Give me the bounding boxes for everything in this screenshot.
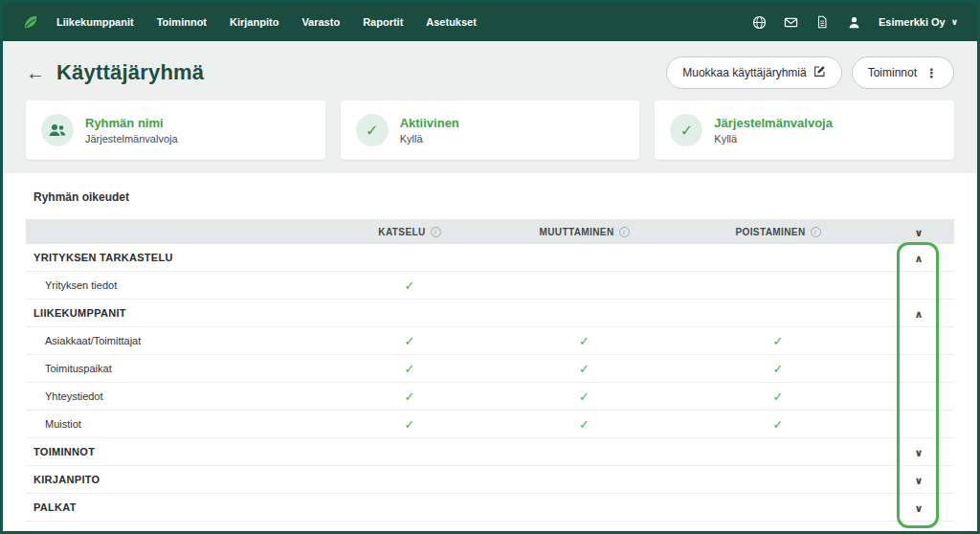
card-active: ✓ Aktiivinen Kyllä bbox=[341, 100, 640, 160]
check-icon: ✓ bbox=[773, 389, 784, 404]
table-row-section: LIIKEKUMPPANIT ∧ bbox=[26, 300, 954, 327]
check-icon: ✓ bbox=[405, 278, 415, 293]
mail-icon[interactable] bbox=[784, 15, 798, 30]
main-menu: Liikekumppanit Toiminnot Kirjanpito Vara… bbox=[56, 16, 477, 28]
page-title: Käyttäjäryhmä bbox=[56, 60, 204, 85]
check-icon: ✓ bbox=[579, 417, 590, 432]
check-icon: ✓ bbox=[773, 362, 784, 376]
check-circle-icon: ✓ bbox=[356, 114, 389, 146]
summary-cards: Ryhmän nimi Järjestelmänvalvoja ✓ Aktiiv… bbox=[3, 100, 977, 160]
table-header-row: KATSELUi MUUTTAMINENi POISTAMINENi ∨ bbox=[26, 219, 954, 244]
nav-item-varasto[interactable]: Varasto bbox=[301, 16, 340, 28]
check-icon: ✓ bbox=[579, 334, 590, 348]
check-icon: ✓ bbox=[405, 334, 415, 348]
permissions-panel: Ryhmän oikeudet KATSELUi MUUTTAMINENi PO… bbox=[3, 173, 977, 531]
nav-item-raportit[interactable]: Raportit bbox=[363, 16, 403, 28]
company-selector[interactable]: Esimerkki Oy ∨ bbox=[879, 16, 958, 28]
table-row-section: TOIMINNOT ∨ bbox=[26, 438, 954, 466]
table-row-item: Toimituspaikat ✓ ✓ ✓ bbox=[26, 355, 954, 383]
kebab-menu-icon: ⋮ bbox=[924, 66, 938, 80]
back-arrow-icon[interactable]: ← bbox=[26, 62, 45, 84]
check-icon: ✓ bbox=[405, 362, 415, 376]
company-name: Esimerkki Oy bbox=[879, 16, 946, 28]
info-icon[interactable]: i bbox=[619, 227, 630, 237]
edit-icon bbox=[813, 65, 826, 80]
check-icon: ✓ bbox=[405, 389, 415, 404]
top-navbar: Liikekumppanit Toiminnot Kirjanpito Vara… bbox=[3, 3, 977, 41]
table-row-item: Yrityksen tiedot ✓ bbox=[26, 272, 954, 300]
group-icon bbox=[41, 114, 74, 146]
nav-item-kirjanpito[interactable]: Kirjanpito bbox=[230, 16, 278, 28]
info-icon[interactable]: i bbox=[431, 227, 441, 237]
page-header: ← Käyttäjäryhmä Muokkaa käyttäjäryhmiä T… bbox=[3, 41, 977, 100]
edit-user-groups-button[interactable]: Muokkaa käyttäjäryhmiä bbox=[666, 56, 841, 89]
app-logo-leaf-icon[interactable] bbox=[22, 13, 39, 31]
section-toggle[interactable]: ∧ bbox=[883, 304, 954, 322]
card-title: Aktiivinen bbox=[400, 116, 459, 130]
card-value: Järjestelmänvalvoja bbox=[85, 133, 178, 145]
section-toggle[interactable]: ∨ bbox=[883, 471, 954, 488]
table-row-section: YRITYKSEN TARKASTELU ∧ bbox=[26, 244, 954, 272]
section-toggle[interactable]: ∧ bbox=[883, 249, 954, 266]
chevron-down-icon: ∨ bbox=[915, 502, 924, 514]
info-icon[interactable]: i bbox=[811, 227, 821, 237]
chevron-up-icon: ∧ bbox=[915, 253, 924, 264]
card-value: Kyllä bbox=[400, 133, 459, 145]
nav-item-toiminnot[interactable]: Toiminnot bbox=[157, 16, 207, 28]
check-icon: ✓ bbox=[405, 417, 415, 432]
table-row-section: PALKAT ∨ bbox=[26, 494, 954, 522]
table-row-item: Muistiot ✓ ✓ ✓ bbox=[26, 411, 954, 438]
card-admin: ✓ Järjestelmänvalvoja Kyllä bbox=[655, 100, 954, 160]
chevron-down-icon: ∨ bbox=[915, 475, 924, 486]
nav-item-asetukset[interactable]: Asetukset bbox=[426, 16, 477, 28]
check-icon: ✓ bbox=[579, 389, 590, 404]
chevron-down-icon: ∨ bbox=[951, 17, 958, 27]
table-row-item: Yhteystiedot ✓ ✓ ✓ bbox=[26, 383, 954, 411]
card-title: Ryhmän nimi bbox=[85, 116, 178, 130]
permissions-title: Ryhmän oikeudet bbox=[26, 190, 954, 204]
section-toggle[interactable]: ∨ bbox=[883, 443, 954, 460]
check-icon: ✓ bbox=[773, 417, 784, 432]
chevron-up-icon: ∧ bbox=[915, 308, 924, 320]
document-icon[interactable] bbox=[815, 15, 830, 30]
table-row-item: Asiakkaat/Toimittajat ✓ ✓ ✓ bbox=[26, 327, 954, 355]
actions-button[interactable]: Toiminnot ⋮ bbox=[852, 56, 954, 89]
navbar-right: Esimerkki Oy ∨ bbox=[752, 15, 958, 30]
card-group-name: Ryhmän nimi Järjestelmänvalvoja bbox=[26, 100, 325, 160]
nav-item-liikekumppanit[interactable]: Liikekumppanit bbox=[56, 16, 134, 28]
column-header-poistaminen: POISTAMINENi bbox=[673, 227, 883, 237]
check-circle-icon: ✓ bbox=[670, 114, 702, 146]
check-icon: ✓ bbox=[773, 334, 784, 348]
table-row-section: KIRJANPITO ∨ bbox=[26, 466, 954, 494]
app-window: Liikekumppanit Toiminnot Kirjanpito Vara… bbox=[0, 0, 980, 534]
globe-icon[interactable] bbox=[752, 15, 767, 30]
column-header-muuttaminen: MUUTTAMINENi bbox=[496, 227, 673, 237]
collapse-all-chevron[interactable]: ∨ bbox=[883, 223, 954, 240]
check-icon: ✓ bbox=[579, 362, 590, 376]
section-toggle[interactable]: ∨ bbox=[883, 499, 954, 516]
chevron-down-icon: ∨ bbox=[915, 227, 924, 238]
card-title: Järjestelmänvalvoja bbox=[714, 116, 833, 130]
column-header-katselu: KATSELUi bbox=[323, 227, 496, 237]
card-value: Kyllä bbox=[714, 133, 833, 145]
user-icon[interactable] bbox=[847, 15, 861, 30]
chevron-down-icon: ∨ bbox=[915, 447, 924, 458]
header-buttons: Muokkaa käyttäjäryhmiä Toiminnot ⋮ bbox=[666, 56, 954, 89]
